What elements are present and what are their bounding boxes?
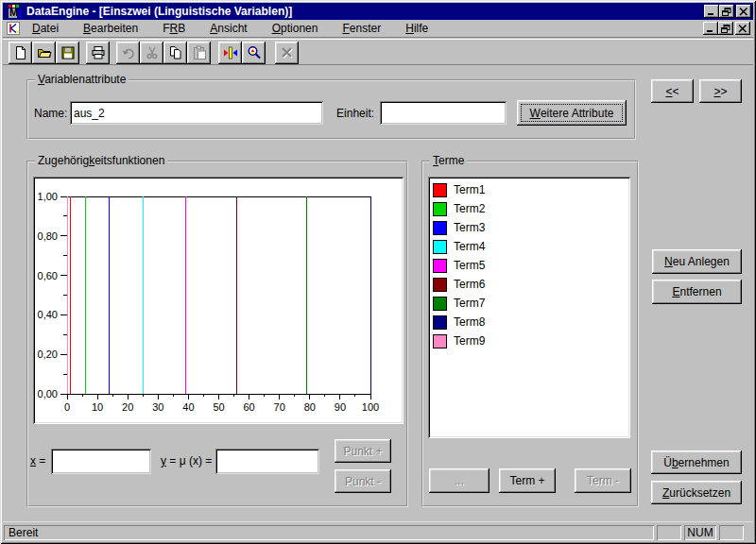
term-minus-button[interactable]: Term -: [575, 468, 631, 493]
status-text: Bereit: [9, 526, 38, 539]
term-list-item[interactable]: Term7: [428, 294, 630, 313]
fuzzy-set-icon: [223, 45, 238, 60]
entfernen-button[interactable]: Entfernen: [652, 280, 742, 304]
x-label: x =: [30, 454, 45, 468]
term-color-swatch: [433, 202, 447, 216]
status-scroll-pane: [719, 525, 744, 540]
uebernehmen-button[interactable]: Übernehmen: [651, 450, 742, 474]
app-icon: M: [8, 4, 23, 19]
svg-text:20: 20: [122, 401, 133, 413]
variablenattribute-group-label: Variablenattribute: [35, 73, 129, 86]
term-list-item[interactable]: Term9: [428, 332, 630, 350]
term-list-item[interactable]: Term4: [428, 237, 630, 256]
svg-text:60: 60: [243, 401, 254, 413]
term-list-item[interactable]: Term1: [428, 180, 630, 199]
print-icon: [91, 45, 106, 60]
name-label: Name:: [34, 107, 67, 120]
minimize-button[interactable]: [704, 5, 719, 18]
zoom-magnifier-icon: [247, 45, 262, 60]
restore-button[interactable]: [719, 5, 734, 18]
term-color-swatch: [433, 240, 447, 254]
mdi-minimize-button[interactable]: [703, 22, 718, 35]
toolbar-cut-button[interactable]: [140, 42, 163, 64]
prev-variable-button[interactable]: <<: [651, 79, 694, 103]
more-button[interactable]: ...: [429, 468, 490, 493]
menu-ansicht[interactable]: Ansicht: [210, 22, 247, 35]
term-label: Term4: [454, 240, 485, 253]
term-color-swatch: [433, 278, 447, 292]
svg-text:70: 70: [274, 401, 285, 413]
toolbar-new-button[interactable]: [9, 42, 32, 64]
menu-frb[interactable]: FRB: [163, 22, 185, 35]
menu-hilfe[interactable]: Hilfe: [405, 22, 428, 35]
y-input[interactable]: [215, 449, 319, 474]
weitere-attribute-button[interactable]: Weitere Attribute: [517, 100, 627, 126]
window-title: DataEngine - [Einszwei (Linguistische Va…: [26, 5, 292, 18]
mdi-restore-button[interactable]: [718, 22, 733, 35]
punkt-plus-button[interactable]: Punkt +: [335, 439, 391, 463]
term-list-item[interactable]: Term5: [428, 256, 630, 275]
term-color-swatch: [433, 334, 447, 348]
neu-anlegen-button[interactable]: Neu Anlegen: [652, 249, 742, 274]
toolbar: [3, 39, 753, 65]
minimize-icon: [706, 25, 715, 33]
cut-icon: [145, 45, 160, 60]
status-num-pane: NUM: [684, 525, 716, 540]
term-color-swatch: [433, 183, 447, 197]
mdi-child-document-icon[interactable]: [6, 21, 21, 36]
term-color-swatch: [433, 315, 447, 330]
term-list-item[interactable]: Term8: [428, 313, 630, 332]
x-input[interactable]: [51, 449, 151, 474]
name-input[interactable]: [70, 101, 323, 125]
toolbar-undo-button[interactable]: [116, 42, 140, 64]
toolbar-copy-button[interactable]: [163, 42, 187, 64]
toolbar-fuzzy-editor-button[interactable]: [218, 42, 242, 64]
terme-group-label: Terme: [430, 154, 467, 167]
title-bar: M DataEngine - [Einszwei (Linguistische …: [3, 3, 753, 20]
term-plus-button[interactable]: Term +: [499, 468, 556, 493]
toolbar-delete-button[interactable]: [275, 42, 299, 64]
menu-bar: DateiBearbeitenFRBAnsichtOptionenFenster…: [3, 20, 753, 38]
menu-datei[interactable]: Datei: [32, 22, 59, 35]
term-list-item[interactable]: Term3: [428, 218, 630, 237]
zuruecksetzen-button[interactable]: Zurücksetzen: [651, 481, 742, 504]
status-caps-pane: [657, 525, 681, 540]
membership-functions-group: Zugehörigkeitsfunktionen 010203040506070…: [26, 161, 408, 507]
svg-text:80: 80: [304, 401, 316, 413]
term-list-item[interactable]: Term6: [428, 275, 630, 294]
term-label: Term1: [454, 183, 485, 196]
toolbar-zoom-button[interactable]: [242, 42, 266, 64]
svg-text:0,40: 0,40: [38, 309, 58, 320]
mdi-close-button[interactable]: [735, 22, 750, 35]
einheit-input[interactable]: [380, 101, 507, 125]
term-label: Term3: [454, 221, 485, 234]
membership-function-chart[interactable]: 01020304050607080901000,000,200,400,600,…: [33, 177, 404, 424]
svg-text:0,80: 0,80: [38, 230, 58, 242]
menu-fenster[interactable]: Fenster: [342, 22, 381, 35]
term-color-swatch: [433, 297, 447, 311]
variablenattribute-group: Variablenattribute Name: Einheit: Weiter…: [26, 79, 636, 140]
menu-optionen[interactable]: Optionen: [272, 22, 318, 35]
open-folder-icon: [37, 45, 52, 60]
svg-text:0: 0: [64, 401, 70, 413]
term-color-swatch: [433, 221, 447, 235]
close-button[interactable]: [736, 5, 751, 18]
einheit-label: Einheit:: [336, 107, 374, 120]
svg-text:0,20: 0,20: [38, 348, 58, 360]
menu-bearbeiten[interactable]: Bearbeiten: [83, 22, 138, 35]
toolbar-save-button[interactable]: [56, 42, 79, 64]
term-list[interactable]: Term1Term2Term3Term4Term5Term6Term7Term8…: [428, 177, 630, 438]
y-label: y = μ (x) =: [161, 454, 212, 468]
punkt-minus-button[interactable]: Punkt -: [335, 469, 391, 493]
save-icon: [60, 45, 76, 60]
toolbar-print-button[interactable]: [86, 42, 110, 64]
term-list-item[interactable]: Term2: [428, 199, 630, 218]
close-icon: [739, 8, 748, 16]
next-variable-button[interactable]: >>: [699, 79, 742, 103]
toolbar-paste-button[interactable]: [187, 42, 211, 64]
paste-icon: [192, 45, 207, 60]
toolbar-open-button[interactable]: [32, 42, 56, 64]
svg-text:100: 100: [362, 401, 379, 413]
restore-icon: [721, 25, 730, 33]
svg-text:30: 30: [152, 401, 163, 413]
